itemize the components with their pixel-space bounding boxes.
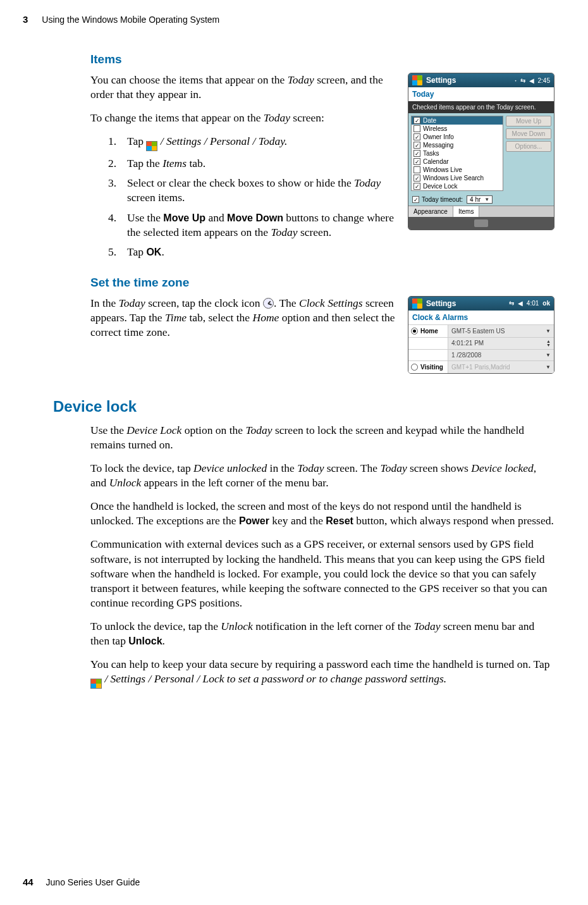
- start-icon: [146, 141, 157, 151]
- clock-icon: [263, 298, 274, 309]
- wm-hint: Checked items appear on the Today screen…: [408, 101, 554, 113]
- page-footer: 44 Juno Series User Guide: [23, 877, 140, 887]
- device-lock-p4: Communication with external devices such…: [90, 537, 554, 610]
- windows-flag-icon: [412, 299, 422, 309]
- volume-icon: ◀: [529, 77, 534, 84]
- visiting-label: Visiting: [420, 364, 443, 371]
- chevron-down-icon: ▼: [546, 352, 551, 358]
- wm-time: 2:45: [538, 77, 550, 84]
- chapter-title: Using the Windows Mobile Operating Syste…: [42, 15, 219, 25]
- wm-title-text: Settings: [426, 76, 456, 85]
- device-lock-p2: To lock the device, tap Device unlocked …: [90, 461, 554, 490]
- clock-settings-screenshot: Settings ⇆ ◀ 4:01 ok Clock & Alarms Home…: [408, 296, 554, 374]
- items-heading: Items: [90, 52, 554, 66]
- device-lock-p3: Once the handheld is locked, the screen …: [90, 499, 554, 528]
- chevron-down-icon: ▼: [546, 364, 551, 370]
- start-icon: [90, 679, 102, 689]
- wm-titlebar: Settings 𝆺 ⇆ ◀ 2:45: [408, 73, 554, 87]
- volume-icon: ◀: [518, 300, 523, 307]
- list-item: ✓Date: [412, 116, 503, 125]
- device-lock-p1: Use the Device Lock option on the Today …: [90, 423, 554, 452]
- sync-icon: ⇆: [509, 300, 514, 307]
- chapter-number: 3: [23, 14, 28, 25]
- visiting-timezone[interactable]: GMT+1 Paris,Madrid▼: [448, 361, 554, 373]
- timezone-select[interactable]: GMT-5 Eastern US▼: [448, 325, 554, 337]
- visiting-radio[interactable]: [411, 364, 418, 371]
- date-select[interactable]: 1 /28/2008▼: [448, 350, 554, 360]
- today-settings-screenshot: Settings 𝆺 ⇆ ◀ 2:45 Today Checked items …: [408, 73, 554, 230]
- device-lock-p5: To unlock the device, tap the Unlock not…: [90, 619, 554, 648]
- wm-time: 4:01: [527, 300, 539, 307]
- home-radio[interactable]: [411, 328, 418, 335]
- sync-icon: ⇆: [520, 77, 525, 84]
- ok-button[interactable]: ok: [542, 300, 550, 307]
- device-lock-heading: Device lock: [53, 398, 554, 416]
- list-item: Wireless: [412, 125, 503, 133]
- chevron-down-icon: ▼: [546, 328, 551, 334]
- signal-icon: 𝆺: [515, 77, 517, 84]
- wm-subtitle: Clock & Alarms: [408, 311, 554, 324]
- wm-titlebar: Settings ⇆ ◀ 4:01 ok: [408, 297, 554, 311]
- windows-flag-icon: [412, 75, 422, 85]
- page-header: 3 Using the Windows Mobile Operating Sys…: [23, 14, 554, 25]
- wm-subtitle: Today: [408, 87, 554, 101]
- time-zone-heading: Set the time zone: [90, 276, 554, 290]
- wm-title-text: Settings: [426, 299, 456, 308]
- device-lock-p6: You can help to keep your data secure by…: [90, 657, 554, 689]
- time-select[interactable]: 4:01:21 PM▲▼: [448, 338, 554, 349]
- spinner-icon: ▲▼: [546, 340, 551, 347]
- page-number: 44: [23, 877, 34, 887]
- book-title: Juno Series User Guide: [46, 877, 140, 887]
- home-label: Home: [420, 328, 438, 335]
- move-up-button[interactable]: Move Up: [506, 116, 551, 126]
